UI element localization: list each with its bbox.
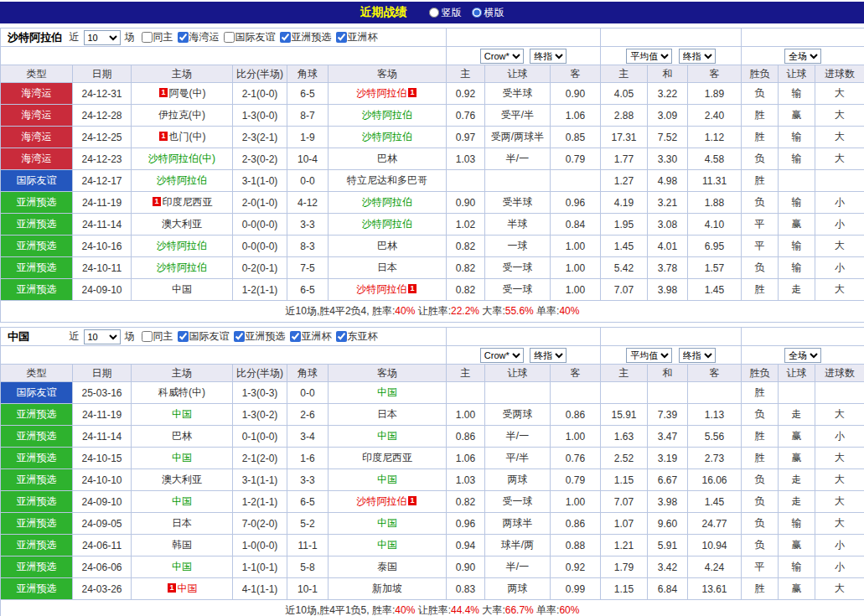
filter-checkbox[interactable]	[178, 331, 189, 342]
score-cell[interactable]: 3-1(1-0)	[233, 170, 287, 192]
score-cell[interactable]: 1-3(0-2)	[233, 404, 287, 426]
league-type-cell[interactable]: 亚洲预选	[1, 257, 73, 279]
team-link[interactable]: 日本	[377, 261, 397, 273]
league-type-cell[interactable]: 海湾运	[1, 148, 73, 170]
team-link[interactable]: 中国	[172, 561, 192, 572]
layout-option-horizontal[interactable]: 横版	[472, 6, 504, 20]
league-type-cell[interactable]: 亚洲预选	[1, 556, 73, 578]
team-link[interactable]: 澳大利亚	[162, 474, 202, 485]
team-link[interactable]: 韩国	[172, 539, 192, 551]
score-cell[interactable]: 2-1(0-0)	[233, 83, 287, 105]
filter-国际友谊[interactable]: 国际友谊	[220, 30, 276, 44]
score-cell[interactable]: 0-1(0-0)	[233, 426, 287, 448]
odds-source-select[interactable]: Crow*	[480, 348, 524, 363]
odds-stage-select[interactable]: 终指	[530, 49, 567, 64]
team-link[interactable]: 特立尼达和多巴哥	[347, 174, 427, 186]
team-link[interactable]: 中国	[377, 474, 397, 485]
score-cell[interactable]: 1-1(0-1)	[233, 556, 287, 578]
scope-select[interactable]: 全场	[784, 348, 821, 363]
avg-odds-select[interactable]: 平均值	[626, 348, 672, 363]
league-type-cell[interactable]: 亚洲预选	[1, 214, 73, 236]
match-count-select[interactable]: 10	[84, 30, 121, 45]
team-link[interactable]: 巴林	[377, 153, 397, 164]
score-cell[interactable]: 1-2(1-1)	[233, 491, 287, 513]
score-cell[interactable]: 0-0(0-0)	[233, 214, 287, 236]
avg-stage-select[interactable]: 终指	[679, 49, 716, 64]
score-cell[interactable]: 0-2(0-1)	[233, 257, 287, 279]
team-link[interactable]: 新加坡	[372, 582, 402, 594]
league-type-cell[interactable]: 亚洲预选	[1, 448, 73, 469]
team-link[interactable]: 沙特阿拉伯	[356, 495, 406, 507]
team-link[interactable]: 巴林	[172, 430, 192, 442]
team-link[interactable]: 沙特阿拉伯	[157, 174, 207, 186]
league-type-cell[interactable]: 亚洲预选	[1, 513, 73, 535]
team-link[interactable]: 沙特阿拉伯	[356, 283, 406, 295]
team-link[interactable]: 伊拉克(中)	[158, 109, 205, 121]
score-cell[interactable]: 2-3(2-1)	[233, 127, 287, 148]
filter-东亚杯[interactable]: 东亚杯	[332, 329, 378, 344]
vertical-radio[interactable]	[429, 8, 439, 18]
league-type-cell[interactable]: 亚洲预选	[1, 535, 73, 556]
score-cell[interactable]: 2-1(2-0)	[233, 448, 287, 469]
team-link[interactable]: 沙特阿拉伯	[362, 196, 412, 208]
score-cell[interactable]: 4-1(1-1)	[233, 578, 287, 600]
filter-同主[interactable]: 同主	[137, 30, 173, 44]
filter-亚洲预选[interactable]: 亚洲预选	[276, 30, 332, 44]
league-type-cell[interactable]: 海湾运	[1, 127, 73, 148]
filter-checkbox[interactable]	[234, 331, 245, 342]
team-link[interactable]: 日本	[377, 408, 397, 420]
avg-odds-select[interactable]: 平均值	[626, 49, 672, 64]
team-link[interactable]: 印度尼西亚	[362, 452, 412, 463]
team-link[interactable]: 沙特阿拉伯	[362, 109, 412, 121]
league-type-cell[interactable]: 国际友谊	[1, 382, 73, 404]
league-type-cell[interactable]: 亚洲预选	[1, 404, 73, 426]
league-type-cell[interactable]: 海湾运	[1, 83, 73, 105]
odds-source-select[interactable]: Crow*	[480, 49, 524, 64]
team-link[interactable]: 中国	[172, 495, 192, 507]
team-link[interactable]: 印度尼西亚	[163, 196, 213, 208]
team-link[interactable]: 沙特阿拉伯	[362, 218, 412, 230]
filter-checkbox[interactable]	[290, 331, 301, 342]
score-cell[interactable]: 1-3(0-3)	[233, 382, 287, 404]
match-count-select[interactable]: 10	[84, 329, 121, 344]
odds-stage-select[interactable]: 终指	[530, 348, 567, 363]
filter-国际友谊[interactable]: 国际友谊	[173, 329, 230, 344]
filter-checkbox[interactable]	[142, 331, 153, 342]
team-link[interactable]: 巴林	[377, 240, 397, 251]
filter-同主[interactable]: 同主	[137, 329, 173, 344]
filter-亚洲杯[interactable]: 亚洲杯	[286, 329, 332, 344]
score-cell[interactable]: 3-1(1-1)	[233, 469, 287, 491]
league-type-cell[interactable]: 亚洲预选	[1, 426, 73, 448]
team-link[interactable]: 沙特阿拉伯	[157, 261, 207, 273]
team-link[interactable]: 沙特阿拉伯	[157, 240, 207, 251]
team-link[interactable]: 中国	[172, 452, 192, 463]
team-link[interactable]: 沙特阿拉伯	[356, 87, 406, 99]
filter-checkbox[interactable]	[224, 32, 235, 43]
score-cell[interactable]: 2-0(1-0)	[233, 192, 287, 214]
layout-option-vertical[interactable]: 竖版	[429, 6, 462, 20]
score-cell[interactable]: 1-2(1-1)	[233, 279, 287, 301]
league-type-cell[interactable]: 亚洲预选	[1, 279, 73, 301]
horizontal-radio[interactable]	[472, 8, 482, 18]
team-link[interactable]: 科威特(中)	[158, 386, 205, 398]
team-link[interactable]: 日本	[172, 517, 192, 529]
team-link[interactable]: 澳大利亚	[162, 218, 202, 230]
league-type-cell[interactable]: 亚洲预选	[1, 192, 73, 214]
team-link[interactable]: 中国	[377, 430, 397, 442]
avg-stage-select[interactable]: 终指	[679, 348, 716, 363]
filter-亚洲预选[interactable]: 亚洲预选	[230, 329, 286, 344]
filter-checkbox[interactable]	[178, 32, 189, 43]
filter-checkbox[interactable]	[142, 32, 153, 43]
team-link[interactable]: 中国	[172, 408, 192, 420]
team-link[interactable]: 也门(中)	[169, 131, 206, 142]
team-link[interactable]: 中国	[178, 582, 198, 594]
league-type-cell[interactable]: 亚洲预选	[1, 491, 73, 513]
league-type-cell[interactable]: 亚洲预选	[1, 236, 73, 257]
filter-checkbox[interactable]	[336, 331, 347, 342]
filter-checkbox[interactable]	[280, 32, 291, 43]
scope-select[interactable]: 全场	[784, 49, 821, 64]
team-link[interactable]: 沙特阿拉伯(中)	[148, 153, 215, 164]
team-link[interactable]: 阿曼(中)	[169, 87, 206, 99]
league-type-cell[interactable]: 国际友谊	[1, 170, 73, 192]
team-link[interactable]: 中国	[377, 517, 397, 529]
